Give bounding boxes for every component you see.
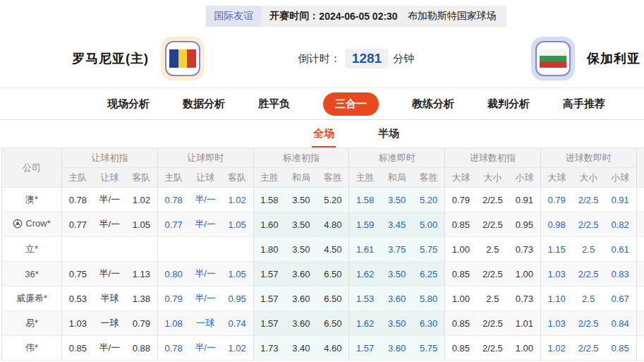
odds-cell[interactable]: 2.5 xyxy=(573,286,604,311)
odds-cell[interactable]: 5.00 xyxy=(413,212,444,237)
odds-cell: 1.05 xyxy=(126,212,157,237)
odds-cell[interactable]: 1.10 xyxy=(540,286,572,311)
odds-cell[interactable]: 1.02 xyxy=(540,336,572,361)
odds-cell[interactable]: 2.5 xyxy=(573,237,604,262)
odds-cell[interactable]: 0.83 xyxy=(604,262,636,286)
odds-cell[interactable]: 3.50 xyxy=(381,262,413,286)
odds-cell: 2/2.5 xyxy=(477,212,509,237)
col-header: 主胜 xyxy=(253,168,285,188)
odds-cell[interactable]: 3.60 xyxy=(381,286,413,311)
odds-cell[interactable]: 0.78 xyxy=(157,336,189,361)
odds-cell[interactable]: 1.53 xyxy=(349,286,381,311)
odds-cell[interactable]: 0.95 xyxy=(221,286,253,311)
odds-cell: 半/一 xyxy=(94,188,126,212)
odds-cell[interactable] xyxy=(157,237,189,262)
odds-cell[interactable]: 0.77 xyxy=(157,212,189,237)
odds-cell[interactable]: 3.60 xyxy=(381,336,413,361)
odds-cell[interactable]: 3.75 xyxy=(381,237,413,262)
odds-cell[interactable]: 1.15 xyxy=(540,237,572,262)
odds-cell[interactable]: 1.57 xyxy=(349,336,381,361)
odds-cell[interactable]: 1.05 xyxy=(221,262,253,286)
odds-cell[interactable]: 1.03 xyxy=(540,262,572,286)
odds-cell: 1.00 xyxy=(509,262,540,286)
league-badge[interactable]: 国际友谊 xyxy=(206,6,261,27)
odds-cell[interactable]: 0.67 xyxy=(604,286,636,311)
col-header: 大球 xyxy=(540,168,572,188)
odds-cell[interactable]: 1.08 xyxy=(157,311,189,336)
odds-cell[interactable]: 6.25 xyxy=(413,262,444,286)
odds-cell[interactable]: 2/2.5 xyxy=(573,336,604,361)
sub-tab[interactable]: 全场 xyxy=(312,120,336,147)
odds-cell[interactable]: 0.85 xyxy=(604,336,636,361)
nav-tab[interactable]: 高手推荐 xyxy=(563,97,605,111)
odds-cell[interactable]: 5.75 xyxy=(413,237,444,262)
odds-cell[interactable]: 3.50 xyxy=(381,311,413,336)
odds-cell[interactable]: 0.84 xyxy=(604,311,636,336)
odds-cell[interactable]: 2/2.5 xyxy=(573,188,604,212)
odds-cell[interactable]: 2/2.5 xyxy=(573,212,604,237)
odds-cell: 1.02 xyxy=(126,188,157,212)
odds-cell[interactable]: 1.62 xyxy=(349,262,381,286)
odds-cell[interactable]: 6.30 xyxy=(413,311,444,336)
col-header: 主队 xyxy=(62,168,94,188)
group-header: 让球初指 xyxy=(62,148,158,168)
odds-cell[interactable]: 0.80 xyxy=(157,262,189,286)
odds-cell[interactable]: 0.79 xyxy=(540,188,572,212)
odds-cell[interactable]: 0.98 xyxy=(540,212,572,237)
nav-tab[interactable]: 胜平负 xyxy=(258,97,290,111)
odds-cell: 0.85 xyxy=(62,336,94,361)
nav-tab[interactable]: 裁判分析 xyxy=(487,97,530,111)
odds-cell[interactable]: 2/2.5 xyxy=(573,311,604,336)
odds-cell[interactable]: 1.61 xyxy=(349,237,381,262)
odds-cell[interactable]: 3.50 xyxy=(381,188,413,212)
odds-cell[interactable]: 半/一 xyxy=(190,262,221,286)
col-header: 客队 xyxy=(221,168,253,188)
odds-cell[interactable]: 半/一 xyxy=(190,336,221,361)
company-cell: 澳* xyxy=(2,188,62,212)
odds-cell[interactable]: 半/一 xyxy=(190,188,221,212)
odds-cell[interactable]: 1.02 xyxy=(221,336,253,361)
nav-tab[interactable]: 教练分析 xyxy=(412,97,454,111)
odds-cell[interactable] xyxy=(190,237,221,262)
odds-cell[interactable]: 0.79 xyxy=(157,286,189,311)
countdown: 倒计时： 1281 分钟 xyxy=(298,49,414,68)
odds-cell: 0.79 xyxy=(126,311,157,336)
odds-cell[interactable]: 1.62 xyxy=(349,311,381,336)
odds-cell[interactable]: 1.02 xyxy=(221,188,253,212)
odds-cell: 0.88 xyxy=(126,336,157,361)
nav-tab[interactable]: 数据分析 xyxy=(183,97,225,111)
odds-cell: 4.50 xyxy=(317,237,349,262)
odds-cell[interactable]: 0.74 xyxy=(221,311,253,336)
odds-cell[interactable]: 一球 xyxy=(190,311,221,336)
odds-cell[interactable]: 半/一 xyxy=(190,286,221,311)
group-header: 标准即时 xyxy=(349,148,445,168)
odds-cell[interactable]: 0.78 xyxy=(157,188,189,212)
company-name: 伟* xyxy=(25,342,38,354)
odds-cell[interactable]: 1.59 xyxy=(349,212,381,237)
sub-tab[interactable]: 半场 xyxy=(377,120,401,147)
odds-cell[interactable]: 5.20 xyxy=(413,188,444,212)
nav-tab[interactable]: 三合一 xyxy=(323,92,379,116)
odds-cell: 3.50 xyxy=(285,212,317,237)
odds-cell[interactable]: 0.91 xyxy=(604,188,636,212)
odds-cell: 3.50 xyxy=(285,237,317,262)
odds-cell[interactable]: 3.45 xyxy=(381,212,413,237)
col-header: 客胜 xyxy=(317,168,349,188)
odds-cell[interactable]: 5.80 xyxy=(413,286,444,311)
odds-cell[interactable]: 0.82 xyxy=(604,212,636,237)
odds-cell[interactable]: 1.58 xyxy=(349,188,381,212)
romania-flag-icon xyxy=(169,49,196,68)
table-row: Crow*0.77半/一1.050.77半/一1.051.603.504.801… xyxy=(2,212,644,237)
odds-cell[interactable]: 2/2.5 xyxy=(573,262,604,286)
odds-cell[interactable]: 半/一 xyxy=(190,212,221,237)
clipped-cell xyxy=(636,188,644,212)
odds-cell[interactable]: 1.05 xyxy=(221,212,253,237)
odds-cell[interactable] xyxy=(221,237,253,262)
odds-cell[interactable]: 0.61 xyxy=(604,237,636,262)
odds-cell[interactable]: 1.03 xyxy=(540,311,572,336)
clipped-column-header xyxy=(636,148,644,188)
col-header: 客胜 xyxy=(413,168,444,188)
nav-tab[interactable]: 现场分析 xyxy=(107,97,150,111)
odds-cell[interactable]: 5.75 xyxy=(413,336,444,361)
col-header: 主胜 xyxy=(349,168,381,188)
